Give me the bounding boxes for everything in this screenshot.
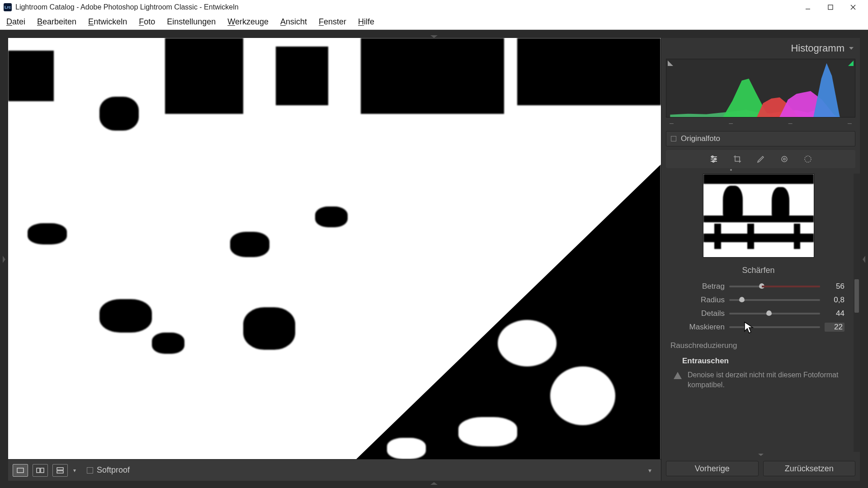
svg-point-16 bbox=[783, 158, 785, 160]
reset-button[interactable]: Zurücksetzen bbox=[763, 461, 856, 476]
original-label: Originalfoto bbox=[681, 134, 720, 143]
menu-help[interactable]: Hilfe bbox=[358, 17, 374, 27]
histogram-panel-header[interactable]: Histogramm bbox=[661, 38, 860, 59]
minimize-button[interactable] bbox=[797, 0, 819, 14]
menu-develop[interactable]: Entwickeln bbox=[88, 17, 127, 27]
mask-label: Maskieren bbox=[666, 323, 725, 332]
right-panel-toggle[interactable] bbox=[860, 38, 868, 481]
radius-value[interactable]: 0,8 bbox=[825, 296, 844, 305]
close-button[interactable] bbox=[842, 0, 864, 14]
histogram-info-row: – – – – bbox=[666, 117, 855, 128]
sharpen-section-title: Schärfen bbox=[666, 266, 851, 275]
svg-point-15 bbox=[782, 156, 787, 162]
radius-label: Radius bbox=[666, 296, 725, 305]
denoise-message-text: Denoise ist derzeit nicht mit diesem Fot… bbox=[688, 370, 844, 389]
softproof-label: Softproof bbox=[97, 465, 130, 475]
view-mode-caret-icon[interactable]: ▾ bbox=[72, 467, 77, 474]
menu-view[interactable]: Ansicht bbox=[280, 17, 307, 27]
workspace: ▾ Softproof ▾ Histogramm bbox=[0, 30, 868, 488]
noise-reduction-title: Rauschreduzierung bbox=[666, 334, 851, 353]
loupe-view-button[interactable] bbox=[13, 464, 28, 477]
crop-tool-icon[interactable] bbox=[732, 154, 742, 164]
before-after-vertical-button[interactable] bbox=[52, 464, 68, 477]
panel-options-caret-icon[interactable] bbox=[661, 452, 860, 458]
sharpen-mask-slider[interactable]: Maskieren 22 bbox=[666, 320, 851, 334]
histogram-blue bbox=[813, 62, 840, 117]
app-window: Lrc Lightroom Catalog - Adobe Photoshop … bbox=[0, 0, 868, 488]
details-label: Details bbox=[666, 309, 725, 318]
app-logo-icon: Lrc bbox=[4, 3, 12, 11]
menu-edit[interactable]: Bearbeiten bbox=[37, 17, 76, 27]
menu-window[interactable]: Fenster bbox=[319, 17, 346, 27]
amount-value[interactable]: 56 bbox=[825, 282, 844, 291]
redeye-tool-icon[interactable] bbox=[779, 154, 789, 164]
toolbar-options-caret-icon[interactable]: ▾ bbox=[648, 467, 656, 474]
masking-tool-icon[interactable] bbox=[803, 154, 813, 164]
highlight-clip-indicator-icon[interactable] bbox=[848, 61, 854, 66]
scrollbar-thumb[interactable] bbox=[854, 279, 859, 313]
before-after-horizontal-button[interactable] bbox=[33, 464, 48, 477]
histogram-display[interactable] bbox=[666, 59, 855, 117]
svg-rect-1 bbox=[828, 5, 833, 9]
mask-value[interactable]: 22 bbox=[825, 323, 844, 332]
original-photo-toggle[interactable]: Originalfoto bbox=[666, 131, 855, 146]
panel-scrollbar[interactable] bbox=[854, 174, 860, 452]
menu-tools[interactable]: Werkzeuge bbox=[227, 17, 269, 27]
previous-button[interactable]: Vorherige bbox=[666, 461, 759, 476]
sharpen-details-slider[interactable]: Details 44 bbox=[666, 307, 851, 320]
title-bar[interactable]: Lrc Lightroom Catalog - Adobe Photoshop … bbox=[0, 0, 868, 14]
checkbox-icon bbox=[87, 467, 93, 474]
image-canvas[interactable] bbox=[8, 38, 661, 459]
square-icon bbox=[671, 136, 676, 141]
softproof-checkbox[interactable]: Softproof bbox=[87, 465, 644, 475]
menu-file[interactable]: Datei bbox=[6, 17, 25, 27]
svg-rect-4 bbox=[17, 468, 24, 473]
sharpen-amount-slider[interactable]: Betrag 56 bbox=[666, 280, 851, 293]
develop-right-panel: Histogramm – – – – bbox=[661, 38, 860, 481]
window-title: Lightroom Catalog - Adobe Photoshop Ligh… bbox=[15, 3, 239, 11]
sharpen-radius-slider[interactable]: Radius 0,8 bbox=[666, 293, 851, 307]
svg-rect-7 bbox=[57, 468, 63, 470]
amount-label: Betrag bbox=[666, 282, 725, 291]
panel-collapse-caret-icon bbox=[849, 47, 854, 50]
svg-rect-6 bbox=[41, 468, 44, 473]
edit-sliders-tool-icon[interactable] bbox=[709, 154, 719, 164]
svg-rect-8 bbox=[57, 471, 63, 473]
svg-point-17 bbox=[805, 156, 811, 162]
maximize-button[interactable] bbox=[819, 0, 842, 14]
menu-photo[interactable]: Foto bbox=[139, 17, 155, 27]
denoise-title: Entrauschen bbox=[666, 353, 851, 368]
menu-bar: Datei Bearbeiten Entwickeln Foto Einstel… bbox=[0, 14, 868, 30]
histogram-title: Histogramm bbox=[791, 42, 844, 54]
shadow-clip-indicator-icon[interactable] bbox=[668, 61, 673, 66]
loupe-toolbar: ▾ Softproof ▾ bbox=[8, 459, 661, 481]
heal-tool-icon[interactable] bbox=[756, 154, 766, 164]
module-picker-toggle[interactable] bbox=[0, 30, 868, 38]
svg-rect-5 bbox=[37, 468, 40, 473]
menu-settings[interactable]: Einstellungen bbox=[167, 17, 216, 27]
detail-preview[interactable] bbox=[703, 174, 814, 258]
left-panel-toggle[interactable] bbox=[0, 38, 8, 481]
detail-panel: Schärfen Betrag 56 Radius 0,8 Deta bbox=[666, 174, 854, 452]
mouse-cursor-icon bbox=[744, 321, 755, 335]
denoise-warning: Denoise ist derzeit nicht mit diesem Fot… bbox=[666, 368, 851, 394]
details-value[interactable]: 44 bbox=[825, 309, 844, 318]
filmstrip-toggle[interactable] bbox=[0, 481, 868, 488]
tool-strip bbox=[666, 150, 855, 168]
warning-icon bbox=[673, 371, 682, 380]
